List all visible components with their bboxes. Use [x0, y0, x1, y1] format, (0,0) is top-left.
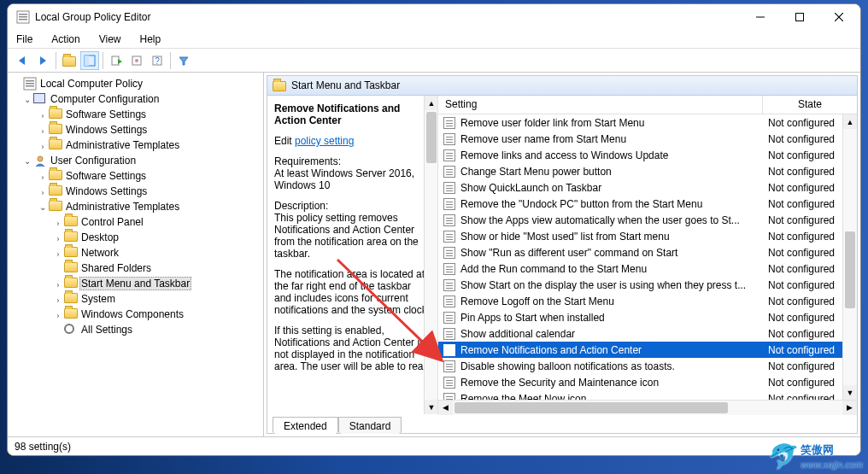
properties-button[interactable]	[127, 51, 146, 70]
tree-desktop[interactable]: Desktop	[79, 231, 120, 243]
policy-label: Remove the Meet Now icon	[460, 393, 768, 401]
scroll-down-icon[interactable]: ▼	[425, 400, 438, 414]
tree-comp-admin[interactable]: Administrative Templates	[64, 139, 181, 151]
scroll-left-icon[interactable]: ◀	[438, 401, 453, 415]
policy-row[interactable]: Show the Apps view automatically when th…	[438, 212, 857, 228]
close-button[interactable]	[819, 4, 859, 30]
tree-user-software[interactable]: Software Settings	[64, 170, 148, 182]
list-header: Setting State	[438, 96, 857, 114]
menu-file[interactable]: File	[13, 32, 36, 47]
expander-icon[interactable]: ›	[52, 295, 64, 304]
description-heading: Description:	[274, 200, 431, 212]
expander-icon[interactable]: ›	[37, 110, 49, 120]
watermark-text: 笑傲网	[801, 443, 834, 456]
svg-rect-11	[85, 56, 89, 66]
expander-icon[interactable]: ›	[37, 126, 49, 135]
policy-row[interactable]: Pin Apps to Start when installedNot conf…	[438, 309, 857, 325]
expander-icon[interactable]: ⌄	[21, 156, 33, 166]
scroll-up-icon[interactable]: ▲	[843, 114, 857, 129]
folder-icon	[49, 139, 62, 149]
forward-button[interactable]	[33, 51, 52, 70]
policy-row[interactable]: Remove Notifications and Action CenterNo…	[438, 342, 857, 358]
tree-system[interactable]: System	[79, 293, 117, 305]
policy-row[interactable]: Show Start on the display the user is us…	[438, 277, 857, 293]
requirements-heading: Requirements:	[274, 155, 431, 167]
requirements-body: At least Windows Server 2016, Windows 10	[274, 167, 431, 191]
tree-user-admin[interactable]: Administrative Templates	[64, 201, 181, 213]
horizontal-scrollbar[interactable]: ◀ ▶	[438, 400, 857, 414]
tree-pane[interactable]: ▾ Local Computer Policy ⌄ Computer Confi…	[8, 73, 264, 436]
description-scrollbar[interactable]: ▲ ▼	[424, 96, 438, 414]
tree-user-configuration[interactable]: User Configuration	[49, 155, 138, 167]
policy-icon	[443, 327, 457, 341]
scroll-down-icon[interactable]: ▼	[843, 385, 857, 400]
computer-icon	[33, 93, 45, 103]
tree-comp-windows[interactable]: Windows Settings	[64, 124, 149, 136]
svg-marker-8	[19, 56, 25, 65]
scroll-up-icon[interactable]: ▲	[425, 96, 438, 110]
tab-standard[interactable]: Standard	[338, 417, 402, 434]
column-setting[interactable]: Setting	[438, 96, 763, 114]
policy-row[interactable]: Remove user folder link from Start MenuN…	[438, 114, 857, 131]
policy-row[interactable]: Remove Logoff on the Start MenuNot confi…	[438, 293, 857, 309]
filter-button[interactable]	[174, 51, 193, 70]
expander-icon[interactable]: ›	[37, 187, 49, 196]
policy-row[interactable]: Show additional calendarNot configured	[438, 325, 857, 342]
menu-view[interactable]: View	[96, 32, 125, 47]
menu-action[interactable]: Action	[48, 32, 83, 47]
policy-row[interactable]: Add the Run command to the Start MenuNot…	[438, 260, 857, 277]
policy-row[interactable]: Remove the "Undock PC" button from the S…	[438, 196, 857, 212]
expander-icon[interactable]: ›	[52, 310, 64, 319]
policy-icon	[443, 116, 457, 130]
up-button[interactable]	[60, 51, 79, 70]
tree-root[interactable]: Local Computer Policy	[38, 78, 144, 90]
menu-help[interactable]: Help	[137, 32, 165, 47]
policy-label: Show additional calendar	[460, 328, 768, 340]
policy-row[interactable]: Show QuickLaunch on TaskbarNot configure…	[438, 179, 857, 196]
scroll-thumb[interactable]	[426, 112, 437, 163]
help-button[interactable]: ?	[148, 51, 167, 70]
export-button[interactable]	[107, 51, 126, 70]
tree-windows-components[interactable]: Windows Components	[79, 308, 185, 320]
minimize-button[interactable]	[741, 4, 780, 30]
policy-row[interactable]: Change Start Menu power buttonNot config…	[438, 163, 857, 179]
back-button[interactable]	[13, 51, 32, 70]
expander-icon[interactable]: ⌄	[21, 95, 33, 104]
svg-marker-9	[40, 56, 46, 65]
show-tree-button[interactable]	[80, 51, 99, 70]
column-state[interactable]: State	[763, 96, 857, 114]
expander-icon[interactable]: ›	[37, 141, 49, 150]
scroll-thumb[interactable]	[455, 402, 728, 413]
policy-row[interactable]: Remove user name from Start MenuNot conf…	[438, 131, 857, 147]
expander-icon[interactable]: ›	[52, 218, 64, 227]
expander-icon[interactable]: ›	[52, 249, 64, 258]
maximize-button[interactable]	[780, 4, 819, 30]
tree-all-settings[interactable]: All Settings	[79, 324, 134, 336]
policy-icon	[443, 230, 457, 243]
policy-row[interactable]: Remove the Meet Now iconNot configured	[438, 390, 857, 400]
tree-user-windows[interactable]: Windows Settings	[64, 185, 149, 197]
edit-policy-link[interactable]: policy setting	[295, 135, 354, 147]
tree-network[interactable]: Network	[79, 247, 120, 259]
policy-row[interactable]: Remove links and access to Windows Updat…	[438, 147, 857, 163]
policy-state: Not configured	[768, 149, 853, 161]
tree-control-panel[interactable]: Control Panel	[79, 216, 145, 228]
scroll-thumb[interactable]	[845, 231, 855, 308]
scroll-right-icon[interactable]: ▶	[842, 401, 857, 415]
policy-row[interactable]: Disable showing balloon notifications as…	[438, 358, 857, 374]
tree-comp-software[interactable]: Software Settings	[64, 108, 148, 120]
expander-icon[interactable]: ›	[52, 279, 64, 289]
policy-row[interactable]: Remove the Security and Maintenance icon…	[438, 374, 857, 390]
tree-shared-folders[interactable]: Shared Folders	[79, 262, 153, 274]
watermark-url: www.xajjn.com	[801, 459, 863, 470]
expander-icon[interactable]: ›	[37, 172, 49, 181]
policy-row[interactable]: Show or hide "Most used" list from Start…	[438, 228, 857, 244]
policy-root-icon	[23, 77, 37, 91]
tree-start-menu-taskbar[interactable]: Start Menu and Taskbar	[79, 277, 191, 290]
policy-row[interactable]: Show "Run as different user" command on …	[438, 244, 857, 260]
tab-extended[interactable]: Extended	[273, 417, 338, 434]
expander-icon[interactable]: ⌄	[37, 202, 49, 212]
vertical-scrollbar[interactable]: ▲ ▼	[842, 114, 857, 400]
expander-icon[interactable]: ›	[52, 233, 64, 243]
tree-computer-configuration[interactable]: Computer Configuration	[49, 93, 161, 105]
